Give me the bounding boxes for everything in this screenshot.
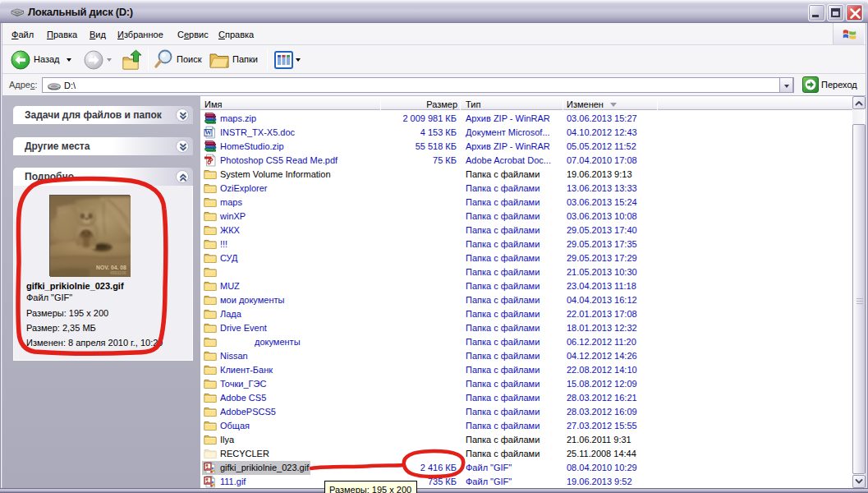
svg-text:4593206: 4593206 [110, 270, 126, 275]
svg-text:NOV. 04. 08: NOV. 04. 08 [96, 265, 126, 270]
svg-text:W: W [204, 128, 212, 136]
